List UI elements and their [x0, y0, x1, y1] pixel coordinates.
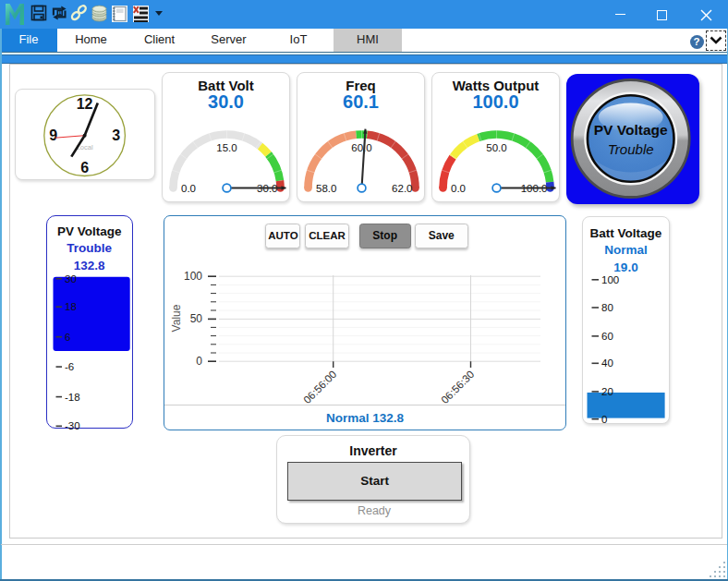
svg-text:-18: -18	[65, 392, 80, 403]
svg-text:58.0: 58.0	[316, 183, 336, 194]
svg-text:60: 60	[601, 331, 613, 342]
svg-text:18: 18	[65, 301, 77, 312]
svg-text:100: 100	[601, 274, 619, 285]
svg-text:15.0: 15.0	[216, 142, 237, 153]
svg-text:80: 80	[601, 302, 613, 313]
svg-text:1: 1	[58, 9, 62, 16]
svg-text:50.0: 50.0	[486, 142, 506, 153]
svg-text:Value: Value	[170, 304, 183, 332]
svg-text:-6: -6	[65, 361, 74, 372]
svg-text:60.0: 60.0	[351, 142, 371, 153]
svg-text:62.0: 62.0	[392, 183, 412, 194]
svg-text:0.0: 0.0	[181, 183, 196, 194]
svg-text:PV Voltage: PV Voltage	[594, 122, 668, 138]
svg-text:06:56:30: 06:56:30	[439, 369, 476, 405]
svg-text:50: 50	[190, 312, 203, 325]
svg-text:6: 6	[65, 332, 70, 343]
svg-text:30: 30	[65, 273, 77, 284]
svg-text:0: 0	[196, 355, 202, 368]
svg-text:9: 9	[49, 127, 57, 143]
svg-text:0: 0	[601, 414, 607, 425]
svg-text:6: 6	[80, 160, 89, 176]
svg-text:Trouble: Trouble	[608, 141, 654, 157]
svg-text:06:56:00: 06:56:00	[301, 369, 338, 405]
svg-text:100: 100	[184, 270, 202, 283]
svg-text:12: 12	[77, 96, 93, 112]
svg-text:0.0: 0.0	[451, 183, 466, 194]
svg-text:-30: -30	[65, 420, 80, 430]
svg-text:20: 20	[601, 386, 613, 397]
svg-text:3: 3	[112, 127, 120, 143]
svg-text:40: 40	[601, 357, 613, 369]
